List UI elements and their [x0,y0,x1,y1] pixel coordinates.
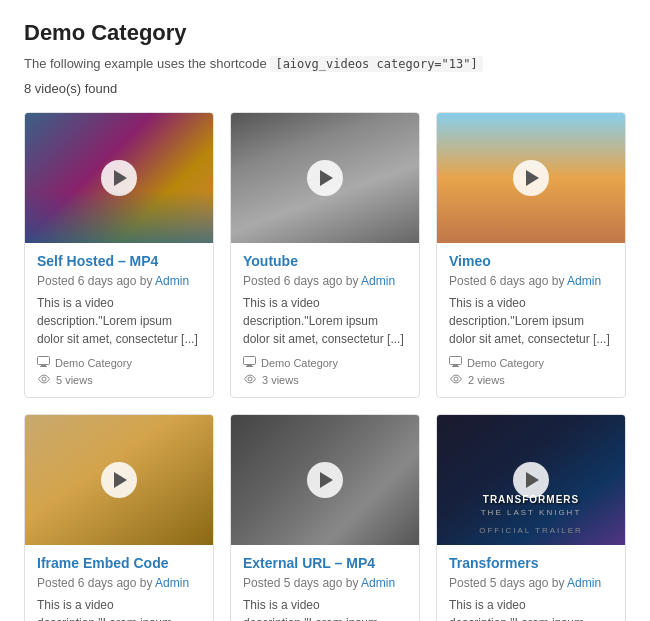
card-description: This is a video description."Lorem ipsum… [37,294,201,348]
card-meta: Posted 6 days ago by Admin [37,274,201,288]
play-icon [526,170,539,186]
play-button[interactable] [101,160,137,196]
card-body: Vimeo Posted 6 days ago by Admin This is… [437,243,625,397]
video-thumbnail[interactable] [25,113,213,243]
category-label: Demo Category [467,357,544,369]
category-icon [243,356,256,370]
card-body: Youtube Posted 6 days ago by Admin This … [231,243,419,397]
video-title[interactable]: Transformers [449,555,613,571]
svg-rect-0 [38,357,50,365]
card-description: This is a video description."Lorem ipsum… [243,294,407,348]
video-title[interactable]: Vimeo [449,253,613,269]
author-link[interactable]: Admin [155,576,189,590]
card-meta: Posted 5 days ago by Admin [449,576,613,590]
play-icon [114,472,127,488]
video-card-youtube: Youtube Posted 6 days ago by Admin This … [230,112,420,398]
views-label: 5 views [56,374,93,386]
category-icon [449,356,462,370]
play-button[interactable] [307,160,343,196]
card-description: This is a video description."Lorem ipsum… [37,596,201,621]
play-icon [526,472,539,488]
card-description: This is a video description."Lorem ipsum… [243,596,407,621]
play-icon [320,472,333,488]
author-link[interactable]: Admin [567,274,601,288]
author-link[interactable]: Admin [361,274,395,288]
page-title: Demo Category [24,20,626,46]
card-body: Iframe Embed Code Posted 6 days ago by A… [25,545,213,621]
video-card-transformers: TRANSFORMERS THE LAST KNIGHT OFFICIAL TR… [436,414,626,621]
card-body: Transformers Posted 5 days ago by Admin … [437,545,625,621]
card-body: Self Hosted – MP4 Posted 6 days ago by A… [25,243,213,397]
category-item: Demo Category [37,356,201,370]
video-thumbnail[interactable] [437,113,625,243]
play-button[interactable] [513,462,549,498]
category-item: Demo Category [243,356,407,370]
page-description: The following example uses the shortcode… [24,56,626,71]
video-thumbnail[interactable] [231,113,419,243]
views-icon [243,373,257,387]
category-icon [37,356,50,370]
views-icon [449,373,463,387]
author-link[interactable]: Admin [155,274,189,288]
video-title[interactable]: Youtube [243,253,407,269]
card-footer: Demo Category 3 views [243,356,407,387]
views-label: 2 views [468,374,505,386]
card-meta: Posted 6 days ago by Admin [243,274,407,288]
author-link[interactable]: Admin [361,576,395,590]
card-description: This is a video description."Lorem ipsum… [449,596,613,621]
card-footer: Demo Category 5 views [37,356,201,387]
card-description: This is a video description."Lorem ipsum… [449,294,613,348]
play-button[interactable] [307,462,343,498]
views-label: 3 views [262,374,299,386]
views-item: 2 views [449,373,613,387]
svg-point-11 [454,377,458,381]
svg-rect-4 [244,357,256,365]
video-thumbnail[interactable] [25,415,213,545]
views-item: 5 views [37,373,201,387]
thumb-subtitle-label: THE LAST KNIGHT [481,508,582,517]
play-button[interactable] [513,160,549,196]
video-thumbnail[interactable] [231,415,419,545]
video-title[interactable]: Self Hosted – MP4 [37,253,201,269]
svg-rect-8 [450,357,462,365]
category-item: Demo Category [449,356,613,370]
author-link[interactable]: Admin [567,576,601,590]
svg-point-7 [248,377,252,381]
video-title[interactable]: Iframe Embed Code [37,555,201,571]
card-footer: Demo Category 2 views [449,356,613,387]
card-body: External URL – MP4 Posted 5 days ago by … [231,545,419,621]
video-card-vimeo: Vimeo Posted 6 days ago by Admin This is… [436,112,626,398]
views-item: 3 views [243,373,407,387]
video-title[interactable]: External URL – MP4 [243,555,407,571]
video-card-iframe: Iframe Embed Code Posted 6 days ago by A… [24,414,214,621]
video-card-self-hosted: Self Hosted – MP4 Posted 6 days ago by A… [24,112,214,398]
video-card-external: External URL – MP4 Posted 5 days ago by … [230,414,420,621]
category-label: Demo Category [55,357,132,369]
views-icon [37,373,51,387]
thumb-trailer-label: OFFICIAL TRAILER [479,526,583,535]
category-label: Demo Category [261,357,338,369]
card-meta: Posted 6 days ago by Admin [37,576,201,590]
svg-point-3 [42,377,46,381]
video-count: 8 video(s) found [24,81,626,96]
play-button[interactable] [101,462,137,498]
card-meta: Posted 6 days ago by Admin [449,274,613,288]
video-thumbnail[interactable]: TRANSFORMERS THE LAST KNIGHT OFFICIAL TR… [437,415,625,545]
play-icon [114,170,127,186]
card-meta: Posted 5 days ago by Admin [243,576,407,590]
video-grid: Self Hosted – MP4 Posted 6 days ago by A… [24,112,626,621]
play-icon [320,170,333,186]
